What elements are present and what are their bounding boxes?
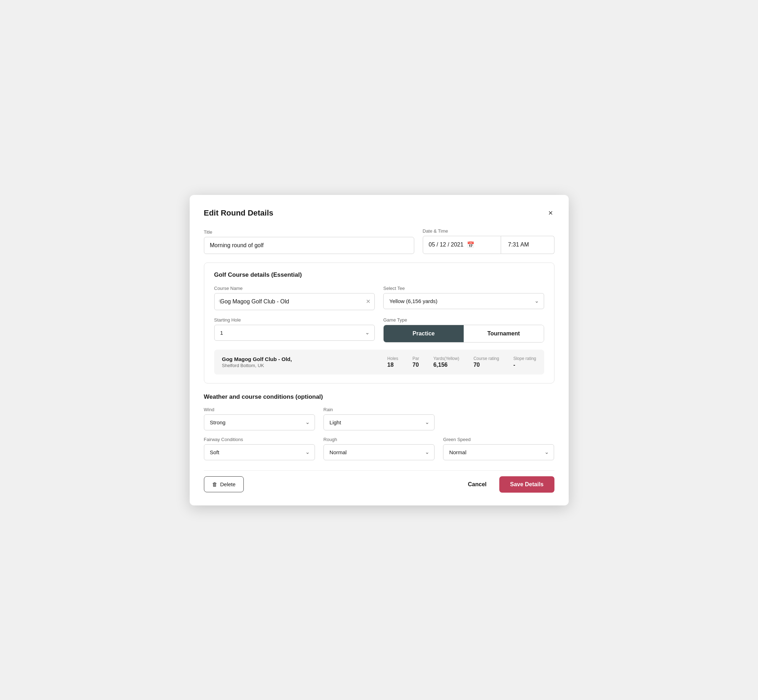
fairway-label: Fairway Conditions — [204, 437, 315, 442]
slope-rating-label: Slope rating — [513, 356, 536, 361]
game-type-label: Game Type — [383, 317, 544, 323]
fairway-dropdown[interactable]: Soft Normal Firm — [204, 444, 315, 460]
course-rating-label: Course rating — [473, 356, 499, 361]
course-stats: Holes 18 Par 70 Yards(Yellow) 6,156 Cour… — [387, 356, 536, 368]
starting-hole-dropdown[interactable]: 1 10 — [214, 325, 375, 341]
course-name-input-wrap: ⚲ ✕ — [214, 293, 375, 310]
select-tee-label: Select Tee — [383, 286, 544, 291]
course-rating-stat: Course rating 70 — [473, 356, 499, 368]
delete-button[interactable]: 🗑 Delete — [204, 476, 244, 492]
rain-wrap: None Light Moderate Heavy ⌄ — [324, 414, 434, 430]
yards-stat: Yards(Yellow) 6,156 — [434, 356, 459, 368]
par-value: 70 — [412, 362, 419, 368]
wind-label: Wind — [204, 407, 315, 412]
slope-rating-value: - — [513, 362, 515, 368]
par-label: Par — [412, 356, 419, 361]
holes-stat: Holes 18 — [387, 356, 398, 368]
game-type-col: Game Type Practice Tournament — [383, 317, 544, 342]
cancel-button[interactable]: Cancel — [462, 477, 492, 492]
modal-header: Edit Round Details × — [204, 208, 554, 219]
rough-col: Rough Short Normal Long ⌄ — [324, 437, 434, 460]
date-time-field-group: Date & Time 05 / 12 / 2021 📅 7:31 AM — [423, 228, 554, 254]
green-speed-col: Green Speed Slow Normal Fast ⌄ — [443, 437, 554, 460]
time-value: 7:31 AM — [508, 242, 529, 248]
rain-dropdown[interactable]: None Light Moderate Heavy — [324, 414, 434, 430]
course-name-bold: Gog Magog Golf Club - Old, — [222, 356, 388, 362]
select-tee-col: Select Tee Yellow (6,156 yards) ⌄ — [383, 286, 544, 310]
save-button[interactable]: Save Details — [499, 476, 554, 493]
conditions-title: Weather and course conditions (optional) — [204, 394, 554, 400]
date-time-label: Date & Time — [423, 228, 554, 234]
trash-icon: 🗑 — [212, 481, 218, 487]
edit-round-modal: Edit Round Details × Title Date & Time 0… — [190, 195, 568, 505]
rough-label: Rough — [324, 437, 434, 442]
course-info-box: Gog Magog Golf Club - Old, Shelford Bott… — [214, 350, 544, 375]
wind-wrap: None Light Moderate Strong ⌄ — [204, 414, 315, 430]
conditions-section: Weather and course conditions (optional)… — [204, 394, 554, 460]
wind-col: Wind None Light Moderate Strong ⌄ — [204, 407, 315, 430]
green-speed-dropdown[interactable]: Slow Normal Fast — [443, 444, 554, 460]
fairway-col: Fairway Conditions Soft Normal Firm ⌄ — [204, 437, 315, 460]
yards-value: 6,156 — [434, 362, 448, 368]
tournament-button[interactable]: Tournament — [464, 325, 544, 342]
green-speed-label: Green Speed — [443, 437, 554, 442]
calendar-icon: 📅 — [467, 241, 475, 248]
fairway-rough-green-row: Fairway Conditions Soft Normal Firm ⌄ Ro… — [204, 437, 554, 460]
course-name-col: Course Name ⚲ ✕ — [214, 286, 375, 310]
game-type-toggle: Practice Tournament — [383, 325, 544, 342]
fairway-wrap: Soft Normal Firm ⌄ — [204, 444, 315, 460]
date-value: 05 / 12 / 2021 — [429, 242, 464, 248]
course-location: Shelford Bottom, UK — [222, 363, 388, 368]
course-info-name: Gog Magog Golf Club - Old, Shelford Bott… — [222, 356, 388, 368]
starting-hole-col: Starting Hole 1 10 ⌄ — [214, 317, 375, 342]
title-label: Title — [204, 230, 414, 235]
footer: 🗑 Delete Cancel Save Details — [204, 470, 554, 493]
select-tee-wrap: Yellow (6,156 yards) ⌄ — [383, 293, 544, 309]
yards-label: Yards(Yellow) — [434, 356, 459, 361]
rain-col: Rain None Light Moderate Heavy ⌄ — [324, 407, 434, 430]
course-name-label: Course Name — [214, 286, 375, 291]
date-box[interactable]: 05 / 12 / 2021 📅 — [423, 236, 501, 254]
search-icon: ⚲ — [219, 298, 222, 305]
rain-label: Rain — [324, 407, 434, 412]
rough-dropdown[interactable]: Short Normal Long — [324, 444, 434, 460]
golf-course-section: Golf Course details (Essential) Course N… — [204, 262, 554, 383]
delete-label: Delete — [220, 481, 236, 487]
par-stat: Par 70 — [412, 356, 419, 368]
select-tee-dropdown[interactable]: Yellow (6,156 yards) — [383, 293, 544, 309]
title-input[interactable] — [204, 237, 414, 254]
rough-wrap: Short Normal Long ⌄ — [324, 444, 434, 460]
clear-icon[interactable]: ✕ — [366, 298, 370, 305]
wind-rain-row: Wind None Light Moderate Strong ⌄ Rain N… — [204, 407, 554, 430]
holes-label: Holes — [387, 356, 398, 361]
starting-hole-wrap: 1 10 ⌄ — [214, 325, 375, 341]
course-name-input[interactable] — [214, 293, 375, 310]
hole-gametype-row: Starting Hole 1 10 ⌄ Game Type Practice … — [214, 317, 544, 342]
course-rating-value: 70 — [473, 362, 480, 368]
holes-value: 18 — [387, 362, 393, 368]
modal-title: Edit Round Details — [204, 208, 274, 218]
starting-hole-label: Starting Hole — [214, 317, 375, 323]
golf-course-title: Golf Course details (Essential) — [214, 271, 544, 278]
practice-button[interactable]: Practice — [384, 325, 464, 342]
course-name-tee-row: Course Name ⚲ ✕ Select Tee Yellow (6,156… — [214, 286, 544, 310]
slope-rating-stat: Slope rating - — [513, 356, 536, 368]
green-speed-wrap: Slow Normal Fast ⌄ — [443, 444, 554, 460]
wind-dropdown[interactable]: None Light Moderate Strong — [204, 414, 315, 430]
title-field-group: Title — [204, 230, 414, 254]
date-time-row: 05 / 12 / 2021 📅 7:31 AM — [423, 236, 554, 254]
top-fields: Title Date & Time 05 / 12 / 2021 📅 7:31 … — [204, 228, 554, 254]
footer-right: Cancel Save Details — [462, 476, 554, 493]
close-button[interactable]: × — [547, 208, 554, 219]
time-box[interactable]: 7:31 AM — [501, 236, 554, 254]
